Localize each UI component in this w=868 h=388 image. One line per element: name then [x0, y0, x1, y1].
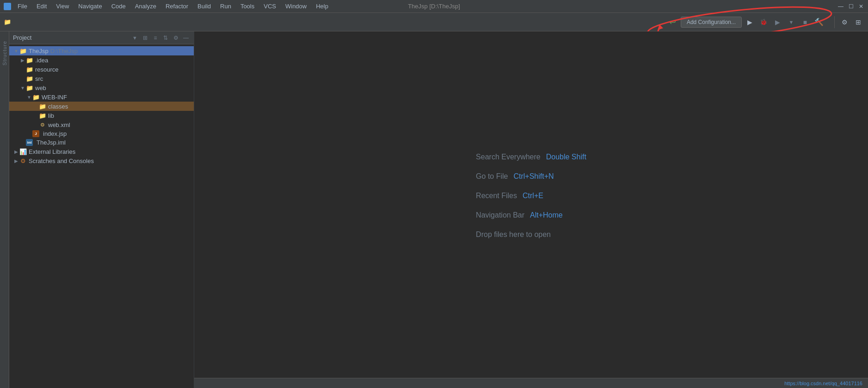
menu-tools[interactable]: Tools — [237, 2, 258, 11]
tree-item-external-libs[interactable]: ▶ 📊 External Libraries — [9, 147, 194, 156]
hint-drop-files: Drop files here to open — [476, 230, 586, 239]
folder-icon-web: 📁 — [26, 84, 33, 91]
tree-item-lib[interactable]: ▶ 📁 lib — [9, 111, 194, 120]
window-title: TheJsp [D:\TheJsp] — [408, 3, 460, 10]
menu-view[interactable]: View — [52, 2, 73, 11]
menu-navigate[interactable]: Navigate — [74, 2, 105, 11]
sort-button[interactable]: ≡ — [151, 34, 160, 42]
hint-search-everywhere: Search Everywhere Double Shift — [476, 153, 586, 161]
folder-icon-resource: 📁 — [26, 66, 33, 73]
collapse-all-button[interactable]: ⊞ — [141, 34, 149, 42]
expand-button[interactable]: ⇅ — [161, 34, 170, 42]
hint-shortcut-goto: Ctrl+Shift+N — [513, 172, 554, 181]
project-folder-icon: 📁 — [4, 18, 11, 25]
editor-area: Search Everywhere Double Shift Go to Fil… — [194, 31, 868, 388]
tree-item-thejsp-iml[interactable]: ▶ iml TheJsp.iml — [9, 138, 194, 147]
tree-label-src: src — [35, 75, 43, 82]
tree-label-web: web — [35, 85, 46, 91]
tree-item-web-xml[interactable]: ▶ ⚙ web.xml — [9, 120, 194, 129]
back-button[interactable]: ↩ — [667, 16, 679, 28]
file-icon-webxml: ⚙ — [39, 121, 46, 128]
tree-label-idea: .idea — [35, 57, 48, 64]
tree-item-resource[interactable]: ▶ 📁 resource — [9, 65, 194, 74]
tree-label-extlibs: External Libraries — [29, 148, 75, 155]
folder-icon-idea: 📁 — [26, 56, 33, 64]
toolbar-right: ↩ Add Configuration... ▶ 🐞 ▶ ▼ ■ 🔨 — [667, 16, 864, 28]
hint-goto-file: Go to File Ctrl+Shift+N — [476, 172, 586, 181]
settings-button[interactable]: ⚙ — [838, 16, 850, 28]
expand-arrow-extlibs: ▶ — [13, 149, 19, 154]
structure-label: Structure — [2, 41, 7, 66]
tree-item-thejsp-root[interactable]: ▼ 📁 TheJsp D:\TheJsp — [9, 46, 194, 55]
folder-icon-webinf: 📁 — [32, 93, 40, 101]
tree-label-lib: lib — [48, 112, 54, 119]
tree-item-src[interactable]: ▶ 📁 src — [9, 74, 194, 83]
tree-label-scratches: Scratches and Consoles — [29, 158, 94, 164]
file-tree: ▼ 📁 TheJsp D:\TheJsp ▶ 📁 .idea ▶ 📁 resou… — [9, 44, 194, 388]
hint-label-search: Search Everywhere — [476, 153, 541, 161]
project-dropdown-arrow[interactable]: ▼ — [132, 35, 137, 41]
hint-label-nav: Navigation Bar — [476, 211, 524, 219]
tree-label-thejsp: TheJsp — [29, 48, 49, 55]
file-icon-indexjsp: J — [32, 130, 39, 137]
toolbar: 📁 ↩ Add Configuration... ▶ 🐞 ▶ ▼ ■ 🔨 — [0, 13, 868, 31]
run-button[interactable]: ▶ — [744, 16, 756, 28]
menu-help[interactable]: Help — [312, 2, 332, 11]
tree-item-web-inf[interactable]: ▼ 📁 WEB-INF — [9, 92, 194, 102]
menu-window[interactable]: Window — [282, 2, 310, 11]
menu-vcs[interactable]: VCS — [260, 2, 280, 11]
folder-icon-src: 📁 — [26, 75, 33, 82]
project-panel: Project ▼ ⊞ ≡ ⇅ ⚙ — ▼ 📁 TheJsp D:\TheJsp… — [9, 31, 194, 388]
expand-arrow-thejsp: ▼ — [13, 48, 19, 54]
scratches-icon: ⚙ — [19, 157, 27, 164]
tree-item-index-jsp[interactable]: ▶ J index.jsp — [9, 129, 194, 138]
maximize-button[interactable]: ☐ — [848, 3, 854, 10]
app-icon — [4, 3, 11, 10]
editor-hints: Search Everywhere Double Shift Go to Fil… — [476, 153, 586, 239]
project-panel-header: Project ▼ ⊞ ≡ ⇅ ⚙ — — [9, 31, 194, 44]
menu-edit[interactable]: Edit — [33, 2, 50, 11]
tree-label-iml: TheJsp.iml — [37, 139, 66, 146]
expand-arrow-idea: ▶ — [19, 58, 26, 63]
tree-label-resource: resource — [35, 66, 59, 73]
hint-shortcut-recent: Ctrl+E — [523, 192, 543, 200]
tree-path-thejsp: D:\TheJsp — [50, 48, 78, 55]
add-configuration-button[interactable]: Add Configuration... — [681, 17, 742, 28]
profile-dropdown-button[interactable]: ▼ — [785, 16, 797, 28]
tree-item-web[interactable]: ▼ 📁 web — [9, 83, 194, 92]
menu-run[interactable]: Run — [216, 2, 235, 11]
layout-button[interactable]: ⊞ — [852, 16, 864, 28]
hint-recent-files: Recent Files Ctrl+E — [476, 192, 586, 200]
tree-item-classes[interactable]: ▶ 📁 classes — [9, 102, 194, 111]
tree-label-indexjsp: index.jsp — [43, 130, 67, 137]
folder-icon-lib: 📁 — [39, 112, 46, 119]
menu-code[interactable]: Code — [108, 2, 129, 11]
settings-gear-icon[interactable]: ⚙ — [172, 34, 180, 42]
svg-marker-1 — [658, 24, 663, 30]
menu-file[interactable]: File — [14, 2, 31, 11]
hint-shortcut-nav: Alt+Home — [530, 211, 563, 219]
status-bar-url[interactable]: https://blog.csdn.net/qq_44017116 — [784, 381, 862, 386]
hint-nav-bar: Navigation Bar Alt+Home — [476, 211, 586, 219]
stop-button[interactable]: ■ — [799, 16, 811, 28]
debug-button[interactable]: 🐞 — [757, 16, 770, 28]
tree-item-scratches[interactable]: ▶ ⚙ Scratches and Consoles — [9, 156, 194, 165]
close-button[interactable]: ✕ — [858, 3, 864, 10]
hint-label-drop: Drop files here to open — [476, 230, 551, 239]
external-libs-icon: 📊 — [19, 148, 27, 155]
main-layout: Structure Project ▼ ⊞ ≡ ⇅ ⚙ — ▼ 📁 TheJsp… — [0, 31, 868, 388]
menu-refactor[interactable]: Refactor — [162, 2, 192, 11]
build-button[interactable]: 🔨 — [813, 16, 825, 28]
tree-item-idea[interactable]: ▶ 📁 .idea — [9, 55, 194, 65]
tree-label-webinf: WEB-INF — [42, 94, 67, 101]
menu-build[interactable]: Build — [194, 2, 215, 11]
hide-panel-button[interactable]: — — [182, 34, 190, 42]
coverage-button[interactable]: ▶ — [771, 16, 783, 28]
left-sidebar-strip: Structure — [0, 31, 9, 388]
menu-analyze[interactable]: Analyze — [131, 2, 160, 11]
tree-label-classes: classes — [48, 103, 68, 110]
minimize-button[interactable]: — — [837, 3, 844, 10]
folder-icon-classes: 📁 — [39, 103, 46, 110]
title-bar: File Edit View Navigate Code Analyze Ref… — [0, 0, 868, 13]
status-bar: https://blog.csdn.net/qq_44017116 — [194, 378, 868, 388]
